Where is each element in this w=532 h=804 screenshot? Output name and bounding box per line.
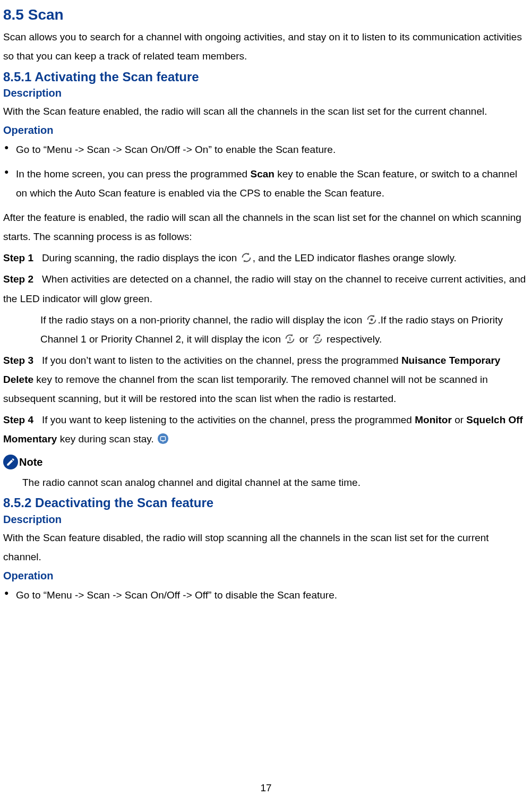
step-label: Step 4: [3, 414, 33, 425]
section-number: 8.5: [3, 6, 24, 23]
operation-heading: Operation: [3, 123, 529, 137]
list-item-text: Go to “Menu -> Scan -> Scan On/Off -> On…: [16, 144, 336, 155]
step-text: When activities are detected on a channe…: [3, 273, 526, 304]
step3-a: If you don’t want to listen to the activ…: [42, 355, 401, 366]
step-3: Step 3 If you don’t want to listen to th…: [3, 351, 529, 408]
priority-2-icon: 2: [311, 333, 324, 345]
svg-text:1: 1: [289, 337, 291, 341]
subsection-title: Deactivating the Scan feature: [35, 495, 213, 510]
note-heading: Note: [3, 452, 529, 472]
step-2-sub: If the radio stays on a non-priority cha…: [40, 311, 529, 349]
description-text: With the Scan feature enabled, the radio…: [3, 102, 529, 121]
step-4: Step 4 If you want to keep listening to …: [3, 410, 529, 449]
list-item-text-pre: In the home screen, you can press the pr…: [16, 168, 250, 179]
description-heading: Description: [3, 512, 529, 526]
list-item: Go to “Menu -> Scan -> Scan On/Off -> Of…: [16, 586, 529, 605]
svg-rect-3: [158, 433, 168, 444]
scan-stay-icon: [365, 314, 378, 326]
operation-list: Go to “Menu -> Scan -> Scan On/Off -> Of…: [3, 586, 529, 605]
subsection-number: 8.5.2: [3, 495, 31, 510]
subsection-number: 8.5.1: [3, 70, 31, 84]
step4-a: If you want to keep listening to the act…: [42, 414, 415, 425]
step-text-b: , and the LED indicator flashes orange s…: [253, 252, 457, 263]
operation-heading: Operation: [3, 569, 529, 583]
subsection-heading: 8.5.2 Deactivating the Scan feature: [3, 494, 529, 511]
section-title: Scan: [28, 6, 64, 23]
step4-b: key during scan stay.: [57, 433, 157, 444]
priority-1-icon: 1: [284, 333, 296, 345]
section-heading: 8.5 Scan: [3, 5, 529, 24]
step-1: Step 1 During scanning, the radio displa…: [3, 249, 529, 268]
scan-rotate-icon: [240, 252, 253, 263]
operation-list: Go to “Menu -> Scan -> Scan On/Off -> On…: [3, 140, 529, 203]
monitor-badge-icon: [157, 433, 169, 444]
svg-point-0: [370, 318, 373, 321]
list-item: Go to “Menu -> Scan -> Scan On/Off -> On…: [16, 140, 529, 159]
list-item-text: Go to “Menu -> Scan -> Scan On/Off -> Of…: [16, 589, 337, 601]
monitor-label: Monitor: [415, 414, 452, 425]
step4-or: or: [452, 414, 466, 425]
page-number: 17: [0, 779, 532, 798]
after-enable-text: After the feature is enabled, the radio …: [3, 208, 529, 246]
svg-text:2: 2: [316, 337, 319, 341]
list-item: In the home screen, you can press the pr…: [16, 165, 529, 203]
note-label: Note: [19, 452, 42, 472]
step-text-a: During scanning, the radio displays the …: [42, 252, 240, 263]
subsection-heading: 8.5.1 Activating the Scan feature: [3, 69, 529, 85]
step-label: Step 1: [3, 252, 33, 263]
subsection-title: Activating the Scan feature: [35, 70, 199, 84]
step-label: Step 3: [3, 355, 33, 366]
step3-b: key to remove the channel from the scan …: [3, 374, 488, 404]
step-2: Step 2 When activities are detected on a…: [3, 270, 529, 308]
scan-key-label: Scan: [250, 168, 274, 179]
note-body: The radio cannot scan analog channel and…: [22, 473, 529, 492]
step2-sub-a: If the radio stays on a non-priority cha…: [40, 314, 365, 326]
section-intro: Scan allows you to search for a channel …: [3, 28, 529, 66]
note-pencil-icon: [3, 455, 18, 469]
step2-sub-d: respectively.: [327, 333, 382, 345]
step2-sub-c: or: [299, 333, 311, 345]
description-heading: Description: [3, 86, 529, 100]
step-label: Step 2: [3, 273, 33, 285]
description-text: With the Scan feature disabled, the radi…: [3, 528, 529, 567]
